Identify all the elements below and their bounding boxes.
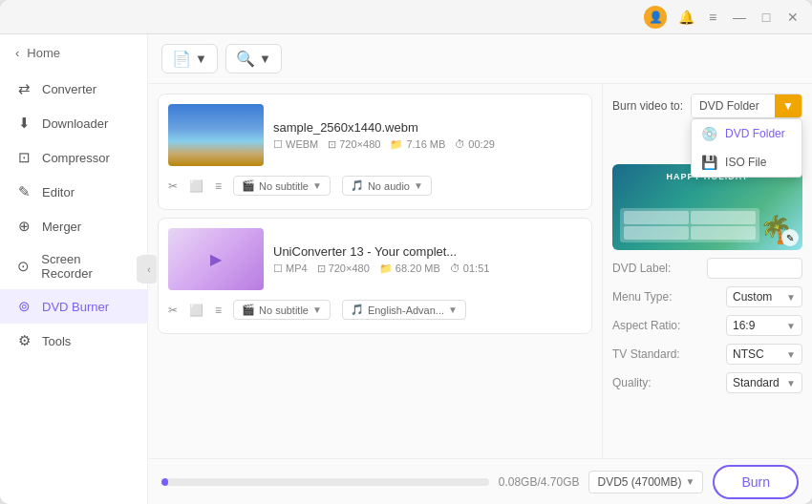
titlebar: 👤 🔔 ≡ — □ ✕ — [0, 0, 812, 34]
sidebar-item-converter[interactable]: ⇄ Converter — [0, 72, 147, 106]
dvd-folder-icon: 💿 — [701, 126, 717, 141]
audio-select[interactable]: 🎵 No audio ▼ — [342, 176, 432, 196]
sidebar-item-downloader[interactable]: ⬇ Downloader — [0, 106, 147, 140]
file-thumbnail: ▶ — [168, 228, 264, 290]
add-folder-chevron: ▼ — [259, 52, 271, 66]
file-duration: ⏱ 00:29 — [455, 138, 495, 150]
audio-chevron: ▼ — [448, 304, 458, 315]
tv-standard-label: TV Standard: — [612, 347, 680, 361]
bottom-bar: 0.08GB/4.70GB DVD5 (4700MB) ▼ Burn — [148, 458, 812, 504]
add-file-button[interactable]: 📄 ▼ — [161, 44, 218, 74]
notification-icon[interactable]: 🔔 — [678, 10, 694, 25]
aspect-ratio-chevron: ▼ — [786, 321, 796, 331]
add-file-icon: 📄 — [172, 50, 191, 68]
back-icon: ‹ — [15, 46, 19, 60]
subtitle-select[interactable]: 🎬 No subtitle ▼ — [233, 300, 331, 320]
add-folder-button[interactable]: 🔍 ▼ — [225, 44, 282, 74]
preview-menu-grid — [620, 208, 759, 242]
burn-to-label: Burn video to: — [612, 99, 683, 113]
subtitle-chevron: ▼ — [312, 180, 322, 191]
right-panel: Burn video to: DVD Folder ▼ 💿 DVD Folder — [602, 84, 812, 458]
sidebar-item-label: Compressor — [42, 151, 110, 165]
sidebar-nav: ⇄ Converter ⬇ Downloader ⊡ Compressor ✎ … — [0, 72, 147, 504]
settings-dvd-label-row: DVD Label: — [612, 258, 802, 279]
file-item: sample_2560x1440.webm ☐ WEBM ⊡ 720×480 — [158, 94, 592, 210]
burn-to-value[interactable]: DVD Folder — [692, 94, 775, 117]
quality-label: Quality: — [612, 376, 652, 389]
file-item: ▶ UniConverter 13 - Your complet... ☐ MP… — [158, 218, 592, 334]
menu-type-select[interactable]: Custom ▼ — [726, 286, 802, 307]
cut-button[interactable]: ✂ — [168, 304, 178, 317]
file-size: 📁 7.16 MB — [390, 138, 445, 151]
sidebar-item-compressor[interactable]: ⊡ Compressor — [0, 140, 147, 175]
add-file-chevron: ▼ — [195, 52, 207, 66]
sidebar-item-editor[interactable]: ✎ Editor — [0, 175, 147, 209]
minimize-icon[interactable]: — — [732, 10, 747, 25]
settings-menu-type-row: Menu Type: Custom ▼ — [612, 286, 802, 307]
preview-edit-button[interactable]: ✎ — [781, 229, 799, 246]
file-thumbnail — [168, 104, 264, 166]
subtitle-select[interactable]: 🎬 No subtitle ▼ — [233, 176, 331, 196]
tv-standard-select[interactable]: NTSC ▼ — [726, 344, 802, 365]
file-meta: ☐ MP4 ⊡ 720×480 📁 68.20 — [273, 262, 582, 275]
resolution-icon: ⊡ — [317, 262, 326, 275]
audio-chevron: ▼ — [414, 180, 423, 191]
tools-icon: ⚙ — [15, 332, 32, 349]
sidebar-item-label: Tools — [42, 334, 71, 348]
quality-select[interactable]: Standard ▼ — [726, 372, 802, 393]
sidebar-item-dvd-burner[interactable]: ⊚ DVD Burner — [0, 289, 147, 324]
sidebar-item-tools[interactable]: ⚙ Tools — [0, 324, 147, 358]
settings-grid: DVD Label: Menu Type: Custom ▼ Aspect Ra… — [612, 258, 802, 393]
sidebar-item-label: Screen Recorder — [41, 252, 132, 281]
effects-button[interactable]: ≡ — [215, 179, 222, 193]
disk-type-select[interactable]: DVD5 (4700MB) ▼ — [588, 471, 703, 494]
sidebar-item-label: Editor — [42, 185, 75, 200]
close-icon[interactable]: ✕ — [785, 10, 801, 25]
sidebar-item-screen-recorder[interactable]: ⊙ Screen Recorder — [0, 243, 147, 289]
menu-type-chevron: ▼ — [786, 292, 796, 303]
file-resolution: ⊡ 720×480 — [328, 138, 380, 151]
file-format: ☐ MP4 — [273, 262, 308, 275]
dropdown-item-dvd-folder[interactable]: 💿 DVD Folder — [692, 119, 801, 148]
dropdown-item-iso-file[interactable]: 💾 ISO File — [692, 148, 801, 177]
sidebar-item-merger[interactable]: ⊕ Merger — [0, 209, 147, 243]
menu-type-label: Menu Type: — [612, 290, 672, 304]
crop-button[interactable]: ⬜ — [189, 179, 203, 193]
cut-button[interactable]: ✂ — [168, 179, 178, 193]
format-icon: ☐ — [273, 262, 283, 275]
user-avatar[interactable]: 👤 — [644, 6, 667, 29]
disk-type-chevron: ▼ — [686, 476, 695, 487]
thumb-content: ▶ — [210, 250, 222, 268]
aspect-ratio-select[interactable]: 16:9 ▼ — [726, 315, 802, 336]
iso-file-icon: 💾 — [701, 155, 717, 170]
progress-bar — [161, 478, 489, 486]
file-size: 📁 68.20 MB — [379, 262, 440, 275]
file-item-top: sample_2560x1440.webm ☐ WEBM ⊡ 720×480 — [168, 104, 582, 166]
sidebar-item-label: DVD Burner — [42, 300, 109, 314]
burn-to-dropdown-button[interactable]: ▼ — [775, 94, 801, 117]
settings-aspect-ratio-row: Aspect Ratio: 16:9 ▼ — [612, 315, 802, 336]
sidebar-home[interactable]: ‹ Home — [0, 34, 147, 72]
file-meta: ☐ WEBM ⊡ 720×480 📁 7.16 — [273, 138, 582, 151]
file-actions: ✂ ⬜ ≡ 🎬 No subtitle ▼ 🎵 English-Advan... — [168, 296, 582, 324]
dvd-label-label: DVD Label: — [612, 262, 671, 275]
effects-button[interactable]: ≡ — [215, 304, 222, 317]
maximize-icon[interactable]: □ — [759, 10, 774, 25]
titlebar-icons: 👤 🔔 ≡ — □ ✕ — [644, 6, 801, 29]
hamburger-icon[interactable]: ≡ — [705, 10, 720, 25]
sidebar-item-label: Merger — [42, 220, 81, 234]
progress-bar-fill — [161, 478, 168, 486]
file-format: ☐ WEBM — [273, 138, 318, 151]
quality-chevron: ▼ — [786, 378, 796, 388]
crop-button[interactable]: ⬜ — [189, 304, 203, 317]
audio-select[interactable]: 🎵 English-Advan... ▼ — [342, 300, 466, 320]
duration-icon: ⏱ — [455, 138, 465, 150]
settings-quality-row: Quality: Standard ▼ — [612, 372, 802, 393]
downloader-icon: ⬇ — [15, 115, 32, 132]
duration-icon: ⏱ — [450, 262, 460, 274]
dvd-label-input[interactable] — [707, 258, 802, 279]
burn-button[interactable]: Burn — [713, 465, 799, 499]
burn-to-row: Burn video to: DVD Folder ▼ 💿 DVD Folder — [612, 94, 802, 118]
sidebar-collapse-button[interactable]: ‹ — [141, 255, 157, 284]
toolbar: 📄 ▼ 🔍 ▼ — [148, 34, 812, 84]
